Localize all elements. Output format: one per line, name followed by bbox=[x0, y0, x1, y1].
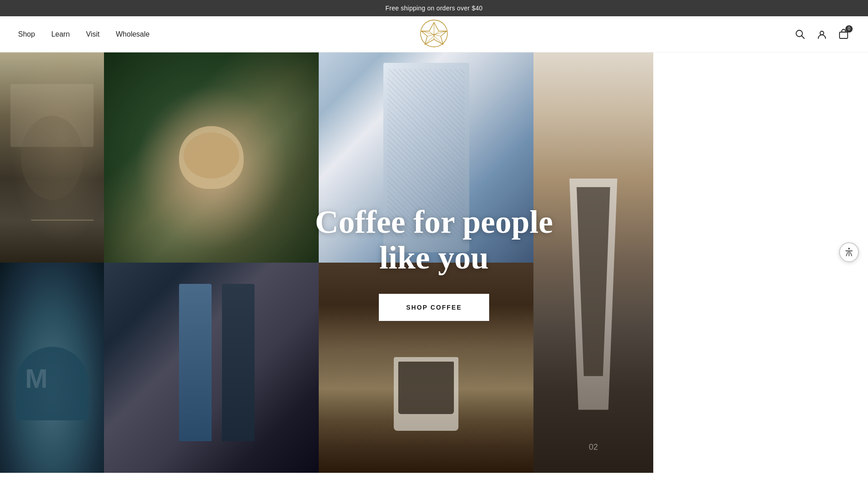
cap-image bbox=[0, 263, 104, 473]
cart-count: 0 bbox=[845, 25, 853, 33]
latte-image bbox=[104, 52, 319, 263]
nav-right: 0 bbox=[794, 28, 850, 41]
nav-wholesale[interactable]: Wholesale bbox=[116, 30, 150, 38]
svg-rect-10 bbox=[840, 32, 848, 38]
barista-image bbox=[0, 52, 104, 263]
cart-icon[interactable]: 0 bbox=[837, 28, 850, 41]
svg-point-9 bbox=[820, 31, 824, 35]
search-icon[interactable] bbox=[794, 28, 807, 41]
announcement-bar: Free shipping on orders over $40 bbox=[0, 0, 868, 16]
hero-section: Coffee for people like you SHOP COFFEE bbox=[0, 52, 868, 473]
header: Shop Learn Visit Wholesale bbox=[0, 16, 868, 52]
nav-learn[interactable]: Learn bbox=[51, 30, 70, 38]
hero-grid bbox=[0, 52, 868, 473]
svg-line-8 bbox=[802, 36, 804, 38]
bottles-image bbox=[104, 263, 319, 473]
accessibility-button[interactable] bbox=[839, 242, 859, 262]
announcement-text: Free shipping on orders over $40 bbox=[385, 5, 482, 12]
nav-shop[interactable]: Shop bbox=[18, 30, 35, 38]
coffee-bag-image bbox=[319, 52, 533, 263]
logo[interactable] bbox=[418, 18, 450, 51]
account-icon[interactable] bbox=[816, 28, 828, 41]
nav-left: Shop Learn Visit Wholesale bbox=[18, 30, 150, 38]
drip-coffee-image bbox=[533, 52, 653, 473]
nav-visit[interactable]: Visit bbox=[86, 30, 99, 38]
svg-point-11 bbox=[848, 248, 850, 250]
shop-coffee-button[interactable]: SHOP COFFEE bbox=[379, 294, 489, 321]
